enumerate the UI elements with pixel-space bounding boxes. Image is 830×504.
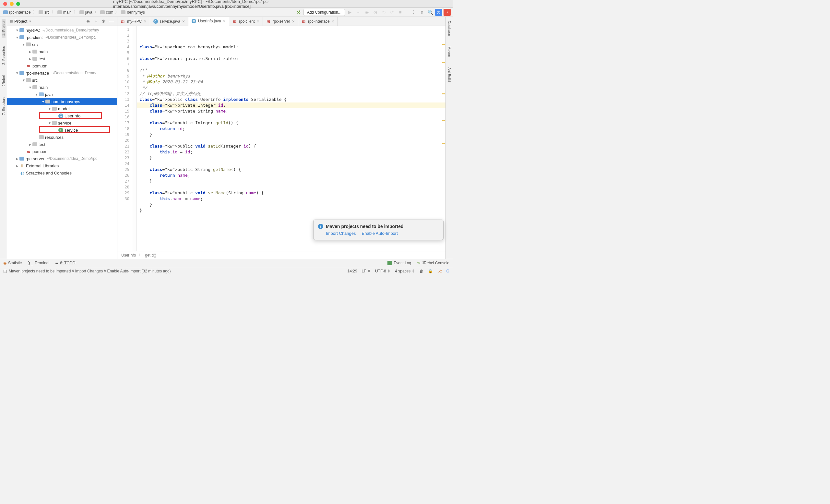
line-ending[interactable]: LF ⇕ — [362, 269, 371, 274]
select-opened-file-icon[interactable]: ⊕ — [85, 19, 91, 24]
vcs-update-icon[interactable]: ⇩ — [410, 9, 417, 16]
git-branch-icon[interactable]: ⎇ — [437, 269, 442, 274]
coverage-icon[interactable]: ◉ — [363, 9, 370, 16]
tree-node-pom-xml[interactable]: mpom.xml — [7, 148, 117, 155]
tree-twistie[interactable]: ▼ — [15, 71, 20, 75]
jrebel-console-button[interactable]: ⟲JRebel Console — [417, 261, 449, 265]
run-icon[interactable]: ▶ — [346, 9, 353, 16]
tree-node-external-libraries[interactable]: ▶⊪External Libraries — [7, 162, 117, 169]
event-log-button[interactable]: 1Event Log — [387, 261, 411, 265]
code-editor[interactable]: class="kw">package com.bennyrhys.model; … — [137, 26, 445, 251]
close-tab-icon[interactable]: × — [143, 19, 146, 24]
tree-twistie[interactable]: ▼ — [22, 43, 26, 46]
tree-twistie[interactable]: ▶ — [15, 164, 20, 168]
close-tab-icon[interactable]: × — [223, 19, 226, 24]
tree-node-model[interactable]: ▼model — [7, 105, 117, 112]
tree-node-rpc-client[interactable]: ▼rpc-client~/Documents/Idea_Demo/rpc/ — [7, 34, 117, 41]
tree-twistie[interactable]: ▼ — [22, 78, 26, 82]
editor-crumb-class[interactable]: UserInfo — [121, 253, 136, 257]
tree-twistie[interactable]: ▼ — [47, 107, 52, 111]
file-encoding[interactable]: UTF-8 ⇕ — [375, 269, 390, 274]
tab-rpc-interface[interactable]: mrpc-interface× — [298, 17, 338, 26]
tree-twistie[interactable]: ▼ — [15, 36, 20, 39]
jrebel-debug-icon[interactable]: ⟳ — [388, 9, 395, 16]
close-tab-icon[interactable]: × — [257, 19, 259, 24]
enable-auto-import-link[interactable]: Enable Auto-Import — [362, 231, 398, 236]
import-changes-link[interactable]: Import Changes — [326, 231, 356, 236]
statistic-tool-button[interactable]: ◉Statistic — [3, 261, 22, 265]
tree-node-test[interactable]: ▶test — [7, 141, 117, 148]
tab-rpc-client[interactable]: mrpc-client× — [229, 17, 263, 26]
ant-tool-window-button[interactable]: Ant Build — [447, 65, 451, 84]
tab-userinfo-java[interactable]: CUserInfo.java× — [188, 17, 229, 26]
caret-position[interactable]: 14:29 — [348, 269, 357, 274]
project-panel-title[interactable]: ▦ Project ▼ — [10, 19, 83, 24]
tree-twistie[interactable]: ▶ — [28, 57, 32, 61]
gear-icon[interactable]: ✻ — [101, 19, 107, 24]
tree-twistie[interactable]: ▶ — [28, 143, 32, 146]
tab-my-rpc[interactable]: mmy-RPC× — [117, 17, 150, 26]
close-tab-icon[interactable]: × — [292, 19, 295, 24]
tree-node-java[interactable]: ▼java — [7, 91, 117, 98]
tree-node-src[interactable]: ▼src — [7, 76, 117, 84]
tree-node-com-bennyrhys[interactable]: ▼com.bennyrhys — [7, 98, 117, 105]
tree-node-resources[interactable]: resources — [7, 134, 117, 141]
breadcrumb-main[interactable]: main — [56, 9, 73, 15]
add-configuration-button[interactable]: Add Configuration... — [304, 9, 345, 16]
tree-twistie[interactable]: ▼ — [15, 29, 20, 32]
indent-setting[interactable]: 4 spaces ⇕ — [395, 269, 415, 274]
jrebel-run-icon[interactable]: ⟲ — [380, 9, 387, 16]
close-tab-icon[interactable]: × — [332, 19, 334, 24]
profile-icon[interactable]: ◷ — [372, 9, 379, 16]
tree-twistie[interactable]: ▼ — [34, 93, 39, 96]
google-icon[interactable]: G — [446, 269, 449, 274]
tree-node-main[interactable]: ▼main — [7, 84, 117, 91]
editor-crumb-method[interactable]: getId() — [145, 253, 156, 257]
maximize-window-button[interactable] — [16, 2, 20, 6]
tab-rpc-server[interactable]: mrpc-server× — [263, 17, 298, 26]
close-tab-icon[interactable]: × — [182, 19, 185, 24]
breadcrumb-java[interactable]: java — [78, 9, 94, 15]
structure-tool-window-button[interactable]: 7: Structure — [2, 95, 5, 117]
tree-node-userinfo[interactable]: CUserInfo — [7, 112, 117, 119]
tree-node-pom-xml[interactable]: mpom.xml — [7, 62, 117, 69]
tree-node-service[interactable]: Iservice — [7, 126, 117, 134]
tree-node-test[interactable]: ▶test — [7, 55, 117, 62]
tree-node-main[interactable]: ▶main — [7, 48, 117, 55]
tree-node-service[interactable]: ▼service — [7, 119, 117, 126]
breadcrumb-src[interactable]: src — [37, 9, 51, 15]
build-icon[interactable]: ⚒ — [295, 9, 302, 16]
jrebel-tool-window-button[interactable]: JRebel — [2, 73, 5, 88]
tree-node-myrpc[interactable]: ▼myRPC~/Documents/Idea_Demo/rpc/my — [7, 27, 117, 34]
vcs-commit-icon[interactable]: ⇧ — [418, 9, 425, 16]
hide-panel-icon[interactable]: — — [108, 19, 115, 24]
database-tool-window-button[interactable]: Database — [447, 19, 451, 38]
breadcrumb-com[interactable]: com — [99, 9, 115, 15]
project-tool-window-button[interactable]: 1: Project — [2, 19, 5, 38]
debug-icon[interactable]: ⌁ — [355, 9, 362, 16]
tree-twistie[interactable]: ▼ — [28, 86, 32, 89]
translate-icon[interactable]: 文 — [435, 9, 442, 16]
terminal-tool-button[interactable]: ❯_Terminal — [28, 261, 49, 265]
tree-node-rpc-interface[interactable]: ▼rpc-interface~/Documents/Idea_Demo/ — [7, 69, 117, 76]
maven-tool-window-button[interactable]: Maven — [447, 44, 451, 59]
tree-node-rpc-server[interactable]: ▶rpc-server~/Documents/Idea_Demo/rpc — [7, 155, 117, 162]
minimize-window-button[interactable] — [10, 2, 13, 6]
tree-twistie[interactable]: ▶ — [15, 157, 20, 161]
project-tree[interactable]: ▼myRPC~/Documents/Idea_Demo/rpc/my▼rpc-c… — [7, 26, 117, 259]
extra-tool-icon[interactable]: ✦ — [444, 9, 451, 16]
close-window-button[interactable] — [3, 2, 7, 6]
stop-icon[interactable]: ■ — [397, 9, 404, 16]
tree-node-src[interactable]: ▼src — [7, 41, 117, 48]
favorites-tool-window-button[interactable]: 2: Favorites — [2, 44, 5, 66]
line-gutter[interactable]: 1234567891011121314151617181920212223242… — [117, 26, 132, 251]
memory-indicator-icon[interactable]: 🗑 — [419, 269, 423, 274]
search-icon[interactable]: 🔍 — [427, 9, 434, 16]
tree-node-scratches-and-consoles[interactable]: ◐Scratches and Consoles — [7, 169, 117, 177]
lock-icon[interactable]: 🔒 — [428, 269, 433, 274]
todo-tool-button[interactable]: ≣ 6: TODO — [55, 261, 75, 265]
status-panel-toggle-icon[interactable]: ▢ — [3, 269, 7, 274]
tree-twistie[interactable]: ▼ — [41, 100, 45, 103]
tab-service-java[interactable]: Cservice.java× — [150, 17, 189, 26]
expand-all-icon[interactable]: ÷ — [93, 19, 99, 24]
